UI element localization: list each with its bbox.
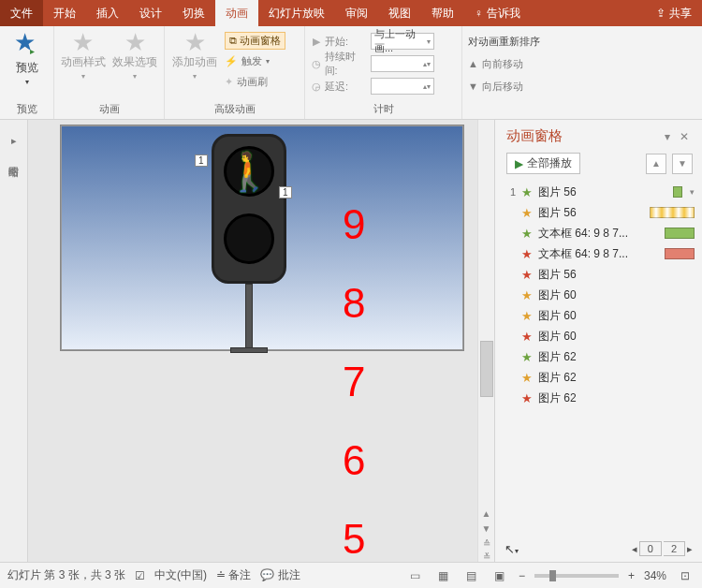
bolt-icon: ⚡ (225, 55, 238, 67)
share-icon: ⇪ (656, 7, 665, 20)
anim-tag[interactable]: 1 (279, 186, 292, 198)
countdown-digit[interactable]: 5 (343, 516, 365, 563)
countdown-digit[interactable]: 9 (343, 201, 365, 248)
ribbon-tabs: 文件 开始 插入 设计 切换 动画 幻灯片放映 审阅 视图 帮助 ♀告诉我 ⇪共… (0, 0, 702, 26)
trigger-button[interactable]: ⚡触发 ▾ (225, 51, 285, 70)
slide-canvas[interactable]: 🚶 1 1 987654 (28, 120, 477, 562)
traffic-light-graphic[interactable]: 🚶 1 1 (212, 134, 286, 284)
seek-prev-icon[interactable]: ◂ (632, 543, 637, 555)
delay-input[interactable]: ▴▾ (371, 78, 434, 95)
star-icon: ★ (520, 309, 534, 323)
scroll-up-icon[interactable]: ▲ (482, 508, 491, 519)
zoom-slider[interactable] (534, 574, 619, 578)
tab-home[interactable]: 开始 (43, 0, 86, 26)
animation-item[interactable]: ★图片 62 (505, 388, 695, 408)
countdown-digit[interactable]: 7 (343, 359, 365, 405)
tab-slideshow[interactable]: 幻灯片放映 (258, 0, 335, 26)
star-icon: ★ (520, 391, 534, 405)
animation-item[interactable]: ★文本框 64: 9 8 7... (505, 243, 695, 264)
countdown-digit[interactable]: 6 (343, 437, 365, 484)
prev-slide-icon[interactable]: ≙ (483, 538, 490, 549)
zoom-level[interactable]: 34% (644, 569, 666, 582)
clock-icon: ◷ (311, 58, 322, 70)
chevron-down-icon: ▾ (427, 37, 431, 46)
tab-help[interactable]: 帮助 (421, 0, 464, 26)
reorder-label: 对动画重新排序 (468, 32, 540, 51)
animation-item[interactable]: ★图片 62 (505, 346, 695, 367)
animation-item[interactable]: ★文本框 64: 9 8 7... (505, 223, 695, 243)
animation-item[interactable]: ★图片 56 (505, 202, 695, 223)
tab-animations[interactable]: 动画 (215, 0, 258, 26)
animation-pane-button[interactable]: ⧉动画窗格 (225, 32, 285, 50)
move-down-button[interactable]: ▼ (672, 154, 693, 174)
effect-options-button[interactable]: ★ 效果选项 ▾ (112, 28, 159, 81)
chevron-down-icon: ▾ (25, 78, 29, 86)
move-up-button[interactable]: ▲ (646, 154, 666, 174)
animation-item-label: 图片 60 (538, 308, 695, 324)
animation-item[interactable]: ★图片 60 (505, 326, 695, 346)
tab-review[interactable]: 审阅 (335, 0, 378, 26)
animation-styles-button[interactable]: ★ 动画样式 ▾ (60, 28, 107, 81)
seek-next-icon[interactable]: ▸ (687, 543, 693, 555)
timeline-seeker[interactable]: ◂ 0 2 ▸ (632, 541, 693, 556)
countdown-numbers[interactable]: 987654 (343, 201, 365, 588)
add-animation-button[interactable]: ★ 添加动画 ▾ (170, 28, 219, 81)
animation-painter-button[interactable]: ✦动画刷 (225, 72, 285, 91)
slideshow-view-button[interactable]: ▣ (490, 567, 509, 584)
scroll-thumb[interactable] (480, 341, 493, 397)
animation-item-label: 图片 60 (538, 329, 695, 345)
start-dropdown[interactable]: 与上一动画...▾ (371, 33, 434, 50)
language-button[interactable]: 中文(中国) (154, 567, 207, 583)
tab-tellme[interactable]: ♀告诉我 (464, 0, 531, 26)
animation-item[interactable]: ★图片 56 (505, 264, 695, 285)
slide-counter[interactable]: 幻灯片 第 3 张，共 3 张 (7, 567, 125, 583)
animation-item[interactable]: 1★图片 56▾ (505, 182, 695, 202)
timing-bar (650, 207, 695, 218)
animation-item-label: 图片 56 (538, 184, 631, 200)
tab-insert[interactable]: 插入 (86, 0, 129, 26)
group-label-animation: 动画 (60, 102, 158, 119)
duration-input[interactable]: ▴▾ (371, 55, 434, 72)
vertical-scrollbar[interactable]: ▲ ▼ ≙ ≚ (477, 120, 494, 562)
scroll-down-icon[interactable]: ▼ (482, 523, 491, 534)
move-earlier-button[interactable]: ▲向前移动 (468, 54, 540, 73)
animation-item-label: 图片 62 (538, 390, 695, 406)
notes-button[interactable]: ≐ 备注 (216, 567, 251, 583)
next-slide-icon[interactable]: ≚ (483, 551, 490, 562)
reading-view-button[interactable]: ▤ (462, 567, 481, 584)
tab-transitions[interactable]: 切换 (172, 0, 215, 26)
animation-item[interactable]: ★图片 62 (505, 367, 695, 388)
star-icon: ★▸ (14, 32, 40, 58)
move-later-button[interactable]: ▼向后移动 (468, 77, 540, 96)
animation-item[interactable]: ★图片 60 (505, 305, 695, 326)
animation-list: 1★图片 56▾★图片 56★文本框 64: 9 8 7...★文本框 64: … (495, 182, 702, 537)
countdown-digit[interactable]: 8 (343, 280, 365, 327)
tab-share[interactable]: ⇪共享 (646, 0, 702, 26)
tab-view[interactable]: 视图 (378, 0, 421, 26)
preview-button[interactable]: ★▸ 预览 ▾ (6, 28, 48, 86)
normal-view-button[interactable]: ▭ (406, 567, 425, 584)
zoom-out-button[interactable]: − (519, 569, 525, 582)
slide[interactable]: 🚶 1 1 987654 (61, 125, 463, 350)
pane-options-button[interactable]: ▾ (659, 130, 676, 143)
sorter-view-button[interactable]: ▦ (434, 567, 453, 584)
animation-item[interactable]: ★图片 60 (505, 285, 695, 305)
thumbnail-rail-collapsed[interactable]: ▸ 缩略图 (0, 120, 28, 562)
animation-item-label: 图片 62 (538, 370, 695, 386)
chevron-down-icon[interactable]: ▾ (690, 187, 695, 197)
play-all-button[interactable]: ▶全部播放 (506, 153, 580, 174)
comments-button[interactable]: 💬 批注 (260, 567, 300, 583)
anim-tag[interactable]: 1 (195, 154, 208, 167)
star-icon: ★ (520, 268, 534, 282)
pane-close-button[interactable]: ✕ (676, 130, 693, 143)
timing-delay-row: ◶延迟: ▴▾ (311, 77, 434, 96)
lightbulb-icon: ♀ (475, 7, 483, 20)
animation-item-label: 图片 56 (538, 205, 643, 221)
star-icon: ★ (520, 330, 534, 344)
tab-design[interactable]: 设计 (129, 0, 172, 26)
zoom-in-button[interactable]: + (628, 569, 635, 582)
tab-file[interactable]: 文件 (0, 0, 43, 26)
fit-window-button[interactable]: ⊡ (676, 567, 695, 584)
timing-bar (673, 186, 682, 198)
spellcheck-icon[interactable]: ☑ (135, 569, 145, 582)
